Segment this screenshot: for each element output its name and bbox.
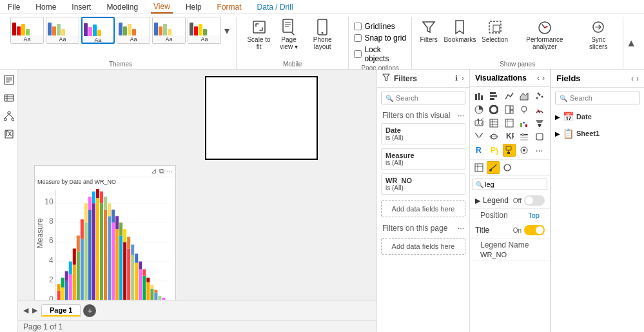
fields-search-box[interactable]: 🔍 (555, 92, 640, 104)
viz-line-chart[interactable] (503, 90, 516, 103)
viz-funnel[interactable] (533, 117, 546, 130)
viz-pie-chart[interactable] (473, 103, 485, 116)
ribbon-collapse-btn[interactable]: ▲ (623, 17, 639, 69)
add-fields-page-btn[interactable]: Add data fields here (381, 238, 465, 255)
format-search-input[interactable] (485, 181, 544, 188)
snap-to-grid-check[interactable]: Snap to grid (354, 34, 406, 43)
filters-info-icon[interactable]: ℹ (455, 74, 458, 83)
viz-python-visual[interactable]: Py (487, 144, 500, 157)
filters-expand-icon[interactable]: › (462, 74, 464, 83)
viz-paint[interactable] (487, 161, 500, 174)
viz-expand-btn[interactable]: › (542, 73, 545, 83)
viz-scatter-chart[interactable] (533, 90, 546, 103)
page-view-btn[interactable]: Pageview ▾ (277, 17, 300, 52)
theme-4[interactable]: Aa (117, 17, 150, 44)
format-search[interactable]: 🔍 (473, 179, 547, 190)
legend-row[interactable]: ▶ Legend Off (470, 193, 550, 209)
viz-card[interactable]: 123 (473, 117, 485, 130)
field-group-date-header[interactable]: ▶ 📅 Date (551, 110, 644, 124)
theme-6[interactable]: Aa (188, 17, 221, 44)
filter-item-wrno[interactable]: WR_NO is (All) (381, 173, 465, 195)
white-rectangle[interactable] (205, 76, 318, 160)
add-page-btn[interactable]: + (83, 304, 96, 317)
viz-collapse-btn[interactable]: ‹ (537, 73, 540, 83)
viz-map[interactable] (518, 103, 531, 116)
add-fields-visual-btn[interactable]: Add data fields here (381, 200, 465, 217)
menu-file[interactable]: File (5, 1, 23, 13)
menu-insert[interactable]: Insert (69, 1, 93, 13)
filters-on-visual-more[interactable]: ··· (458, 111, 464, 120)
sidebar-icon-model[interactable] (1, 108, 17, 124)
viz-kpi[interactable]: KPI (503, 130, 516, 143)
bookmarks-btn[interactable]: Bookmarks (442, 17, 478, 44)
menu-home[interactable]: Home (33, 1, 59, 13)
viz-circle-small[interactable] (501, 161, 514, 174)
fields-expand-btn[interactable]: › (636, 74, 639, 83)
snap-to-grid-checkbox[interactable] (354, 34, 362, 42)
viz-table-2[interactable] (473, 161, 485, 174)
filters-search-input[interactable] (396, 94, 461, 102)
viz-more[interactable]: ··· (533, 144, 546, 157)
sync-slicers-btn[interactable]: Sync slicers (579, 17, 618, 52)
scale-to-fit-btn[interactable]: Scale to fit (242, 17, 276, 52)
gridlines-checkbox[interactable] (354, 23, 362, 30)
menu-modeling[interactable]: Modeling (104, 1, 141, 13)
filters-on-page-more[interactable]: ··· (458, 224, 464, 233)
lock-objects-checkbox[interactable] (354, 50, 362, 58)
filters-pane-btn[interactable]: Filters (417, 17, 440, 44)
viz-gauge[interactable] (533, 103, 546, 116)
performance-analyzer-btn[interactable]: Performance analyzer (512, 17, 578, 52)
theme-3[interactable]: Aa (81, 17, 115, 44)
viz-donut-chart[interactable] (487, 103, 500, 116)
sidebar-icon-report[interactable] (1, 72, 17, 88)
selection-btn[interactable]: Selection (480, 17, 511, 44)
chart-visual[interactable]: ⊿ ⧉ ··· Measure by Date and WR_NO Measur… (34, 165, 176, 300)
fields-collapse-btn[interactable]: ‹ (631, 74, 634, 83)
fields-search-input[interactable] (570, 94, 636, 102)
menu-help[interactable]: Help (183, 1, 204, 13)
menu-data-drill[interactable]: Data / Drill (255, 1, 296, 13)
more-options-icon[interactable]: ··· (167, 168, 173, 175)
gridlines-check[interactable]: Gridlines (354, 22, 406, 31)
viz-ribbon[interactable] (473, 130, 485, 143)
sidebar-icon-data[interactable] (1, 90, 17, 106)
filter-chart-icon[interactable]: ⊿ (151, 167, 157, 175)
viz-table[interactable] (487, 117, 500, 130)
viz-area-chart[interactable] (518, 90, 531, 103)
theme-2[interactable]: Aa (46, 17, 79, 44)
field-group-sheet1-header[interactable]: ▶ 📋 Sheet1 (551, 126, 644, 141)
lock-objects-check[interactable]: Lock objects (354, 45, 406, 63)
page-tab-1[interactable]: Page 1 (41, 304, 81, 317)
legend-toggle-switch[interactable] (524, 195, 545, 206)
title-toggle[interactable]: On (513, 225, 545, 235)
viz-bar-chart[interactable] (473, 90, 485, 103)
theme-1[interactable]: Aa (10, 17, 44, 44)
filter-item-date[interactable]: Date is (All) (381, 123, 465, 144)
viz-format-painter[interactable] (503, 144, 516, 157)
filter-item-measure[interactable]: Measure is (All) (381, 148, 465, 170)
viz-shape[interactable] (533, 130, 546, 143)
viz-treemap[interactable] (503, 103, 516, 116)
focus-mode-icon[interactable]: ⧉ (159, 167, 164, 175)
svg-rect-89 (146, 278, 150, 282)
viz-slicer[interactable] (518, 130, 531, 143)
page-prev-btn[interactable]: ◀ (22, 306, 30, 315)
viz-waterfall[interactable] (518, 117, 531, 130)
menu-view[interactable]: View (151, 1, 173, 14)
theme-5[interactable]: Aa (152, 17, 186, 44)
themes-dropdown-btn[interactable]: ▾ (223, 17, 231, 44)
phone-layout-btn[interactable]: Phone layout (302, 17, 343, 52)
filters-search-box[interactable]: 🔍 (381, 92, 465, 104)
viz-analytics[interactable] (518, 144, 531, 157)
page-next-btn[interactable]: ▶ (31, 306, 39, 315)
viz-matrix[interactable] (503, 117, 516, 130)
title-row[interactable]: Title On (470, 222, 550, 239)
viz-r-visual[interactable]: R (473, 144, 485, 157)
viz-filled-map[interactable] (487, 130, 500, 143)
sidebar-icon-dax[interactable]: fx (1, 126, 17, 142)
title-toggle-switch[interactable] (524, 225, 545, 235)
menu-format[interactable]: Format (215, 1, 244, 13)
svg-rect-84 (139, 269, 142, 300)
viz-column-chart[interactable] (487, 90, 500, 103)
legend-toggle[interactable]: Off (513, 195, 545, 206)
